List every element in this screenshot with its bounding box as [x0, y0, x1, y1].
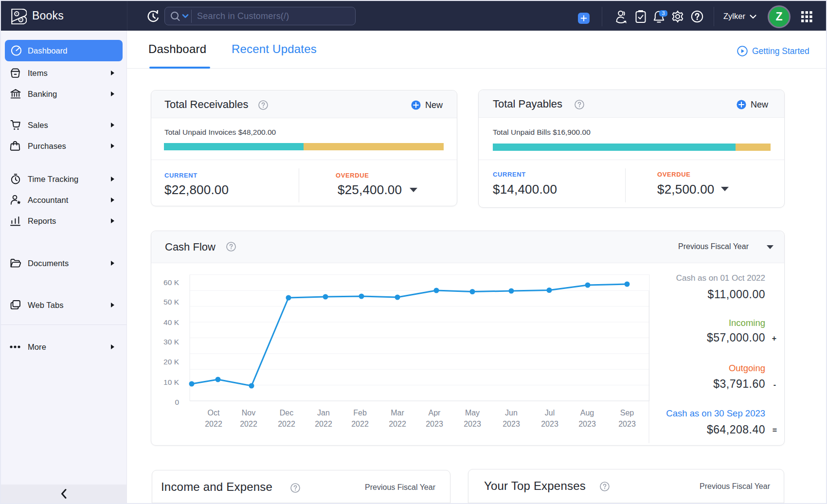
- svg-text:$64,208.40: $64,208.40: [707, 423, 765, 436]
- svg-text:Jun: Jun: [505, 409, 518, 417]
- svg-text:2022: 2022: [351, 420, 369, 428]
- svg-text:Aug: Aug: [580, 409, 594, 417]
- svg-text:Nov: Nov: [242, 409, 255, 417]
- svg-text:May: May: [465, 409, 480, 417]
- svg-text:Dec: Dec: [280, 409, 293, 417]
- svg-text:2022: 2022: [389, 420, 406, 428]
- svg-text:2023: 2023: [426, 420, 443, 428]
- svg-text:-: -: [773, 380, 776, 389]
- svg-text:$11,000.00: $11,000.00: [708, 288, 765, 301]
- svg-text:40 K: 40 K: [163, 318, 180, 326]
- svg-text:$57,000.00: $57,000.00: [707, 331, 765, 344]
- svg-text:30 K: 30 K: [163, 338, 180, 346]
- svg-text:=: =: [773, 426, 777, 434]
- svg-text:2023: 2023: [578, 420, 596, 428]
- svg-text:2023: 2023: [464, 420, 481, 428]
- svg-text:0: 0: [175, 398, 179, 406]
- svg-text:Mar: Mar: [391, 409, 404, 417]
- svg-text:10 K: 10 K: [163, 378, 180, 386]
- svg-text:60 K: 60 K: [163, 278, 180, 287]
- svg-text:Sep: Sep: [620, 409, 634, 417]
- svg-text:Outgoing: Outgoing: [729, 363, 765, 373]
- svg-text:2022: 2022: [240, 420, 257, 428]
- svg-text:2022: 2022: [278, 420, 295, 428]
- svg-text:Jan: Jan: [317, 409, 330, 417]
- svg-text:2022: 2022: [315, 420, 332, 428]
- svg-text:2023: 2023: [541, 420, 558, 428]
- svg-text:Incoming: Incoming: [729, 318, 765, 328]
- svg-text:2023: 2023: [618, 420, 636, 428]
- svg-text:Oct: Oct: [208, 409, 220, 417]
- svg-text:+: +: [772, 334, 776, 342]
- svg-text:Jul: Jul: [545, 409, 555, 417]
- svg-text:Cash as on 01 Oct 2022: Cash as on 01 Oct 2022: [676, 273, 765, 283]
- svg-text:Cash as on 30 Sep 2023: Cash as on 30 Sep 2023: [666, 408, 765, 418]
- svg-text:Apr: Apr: [429, 409, 441, 417]
- svg-text:50 K: 50 K: [163, 298, 180, 306]
- svg-text:$3,791.60: $3,791.60: [713, 378, 765, 390]
- svg-text:2022: 2022: [205, 420, 222, 428]
- svg-text:2023: 2023: [503, 420, 520, 428]
- svg-text:Feb: Feb: [353, 409, 367, 417]
- svg-text:20 K: 20 K: [163, 358, 180, 366]
